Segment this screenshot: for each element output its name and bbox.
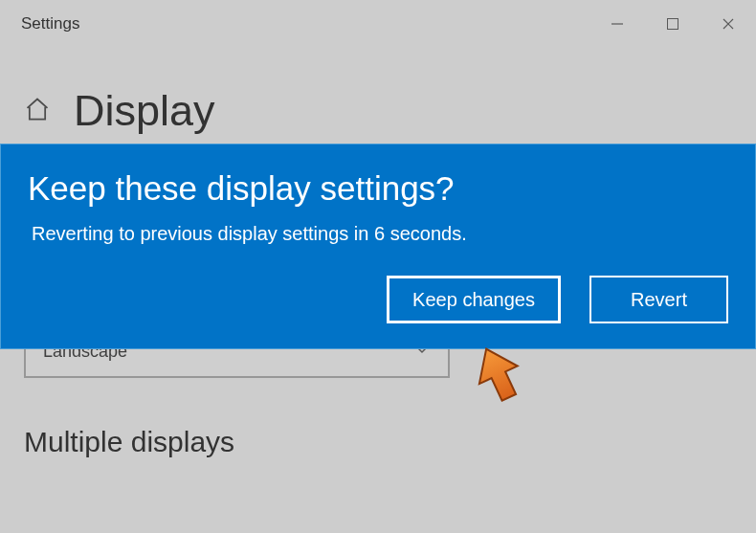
dialog-body: Reverting to previous display settings i… [28,223,728,245]
window-titlebar: Settings [0,0,756,48]
minimize-button[interactable] [589,0,645,48]
keep-settings-dialog: Keep these display settings? Reverting t… [0,144,756,349]
home-icon[interactable] [24,96,51,126]
dialog-actions: Keep changes Revert [28,276,728,323]
window-controls [589,0,756,48]
multiple-displays-heading: Multiple displays [24,426,732,458]
dialog-title: Keep these display settings? [28,169,728,208]
keep-changes-button[interactable]: Keep changes [387,276,561,323]
svg-rect-1 [668,19,678,30]
revert-button[interactable]: Revert [589,276,728,323]
maximize-button[interactable] [645,0,700,48]
page-header: Display [24,86,732,136]
window-title: Settings [21,14,79,33]
page-title: Display [74,86,215,136]
close-button[interactable] [700,0,756,48]
